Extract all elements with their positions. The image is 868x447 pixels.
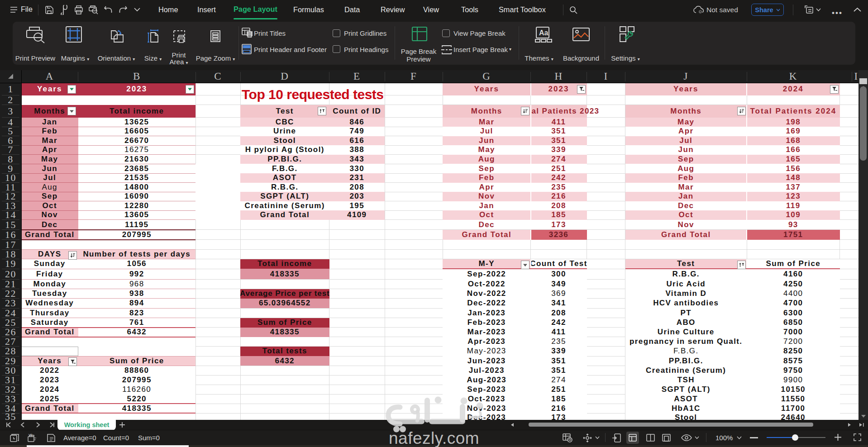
svg-text:nafezly.com: nafezly.com: [389, 429, 479, 447]
svg-text:VB: VB: [29, 434, 33, 437]
svg-text:Aa: Aa: [539, 29, 548, 37]
